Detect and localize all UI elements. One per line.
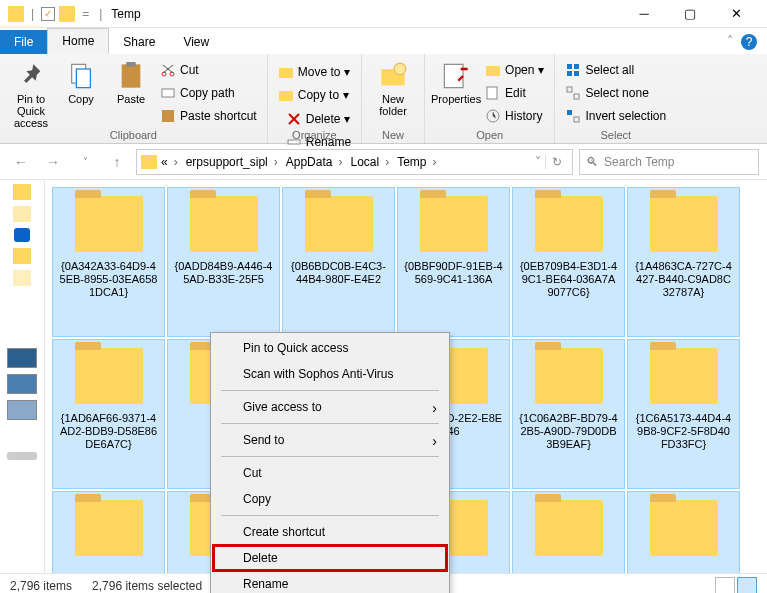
tab-home[interactable]: Home [47, 28, 109, 54]
x-icon [286, 111, 302, 127]
properties-button[interactable]: Properties [431, 58, 481, 126]
refresh-button[interactable]: ↻ [545, 155, 568, 169]
breadcrumb[interactable]: erpsupport_sipl [182, 155, 282, 169]
group-label: Clipboard [0, 129, 267, 141]
paste-button[interactable]: Paste [106, 58, 156, 133]
svg-rect-19 [567, 71, 572, 76]
folder-item[interactable] [512, 491, 625, 573]
move-to-button[interactable]: Move to▾ [274, 62, 355, 82]
recent-button[interactable]: ˅ [72, 149, 98, 175]
ctx-scan[interactable]: Scan with Sophos Anti-Virus [213, 361, 447, 387]
select-all-button[interactable]: Select all [561, 60, 670, 80]
edit-button[interactable]: Edit [481, 83, 548, 103]
folder-icon[interactable] [13, 270, 31, 286]
history-button[interactable]: History [481, 106, 548, 126]
details-view-button[interactable] [715, 577, 735, 594]
ctx-create-shortcut[interactable]: Create shortcut [213, 519, 447, 545]
close-button[interactable]: ✕ [713, 0, 759, 28]
thumbnail[interactable] [7, 348, 37, 368]
select-none-button[interactable]: Select none [561, 83, 670, 103]
thumbnail[interactable] [7, 400, 37, 420]
copy-button[interactable]: Copy [56, 58, 106, 133]
invert-icon [565, 108, 581, 124]
tab-view[interactable]: View [169, 30, 223, 54]
svg-point-12 [394, 63, 406, 75]
svg-rect-9 [279, 91, 293, 101]
scrollbar[interactable] [7, 452, 37, 460]
ctx-send-to[interactable]: Send to [213, 427, 447, 453]
svg-rect-13 [444, 64, 463, 87]
checkbox-icon[interactable]: ✓ [41, 7, 55, 21]
svg-rect-15 [487, 87, 497, 99]
folder-item[interactable]: {1C06A2BF-BD79-42B5-A90D-79D0DB3B9EAF} [512, 339, 625, 489]
breadcrumb[interactable]: « [157, 155, 182, 169]
help-icon[interactable]: ? [741, 34, 757, 50]
minimize-button[interactable]: ─ [621, 0, 667, 28]
folder-label: {0B6BDC0B-E4C3-44B4-980F-E4E2 [289, 260, 388, 286]
ctx-rename[interactable]: Rename [213, 571, 447, 593]
folder-label: {1AD6AF66-9371-4AD2-BDB9-D58E86DE6A7C} [59, 412, 158, 451]
folder-item[interactable] [627, 491, 740, 573]
folder-item[interactable]: {0B6BDC0B-E4C3-44B4-980F-E4E2 [282, 187, 395, 337]
breadcrumb[interactable]: Temp [393, 155, 440, 169]
folder-item[interactable]: {1C6A5173-44D4-49B8-9CF2-5F8D40FD33FC} [627, 339, 740, 489]
breadcrumb[interactable]: Local [346, 155, 393, 169]
address-bar[interactable]: « erpsupport_sipl AppData Local Temp ˅ ↻ [136, 149, 573, 175]
ctx-copy[interactable]: Copy [213, 486, 447, 512]
folder-item[interactable] [52, 491, 165, 573]
tab-file[interactable]: File [0, 30, 47, 54]
group-label: Organize [268, 129, 361, 141]
folder-item[interactable]: {0A342A33-64D9-45EB-8955-03EA6581DCA1} [52, 187, 165, 337]
navigation-tree[interactable] [0, 180, 45, 573]
chevron-up-icon[interactable]: ˄ [727, 34, 733, 50]
folder-icon[interactable] [13, 206, 31, 222]
forward-button[interactable]: → [40, 149, 66, 175]
folder-icon[interactable] [13, 248, 31, 264]
ctx-delete[interactable]: Delete [213, 545, 447, 571]
breadcrumb[interactable]: AppData [282, 155, 347, 169]
folder-label: {0A342A33-64D9-45EB-8955-03EA6581DCA1} [59, 260, 158, 299]
folder-item[interactable]: {1AD6AF66-9371-4AD2-BDB9-D58E86DE6A7C} [52, 339, 165, 489]
copy-path-button[interactable]: Copy path [156, 83, 261, 103]
open-button[interactable]: Open▾ [481, 60, 548, 80]
copy-to-button[interactable]: Copy to▾ [274, 85, 355, 105]
shortcut-icon [160, 108, 176, 124]
icons-view-button[interactable] [737, 577, 757, 594]
separator: = [82, 7, 89, 21]
clock-icon [485, 108, 501, 124]
dropdown-button[interactable]: ˅ [531, 155, 545, 169]
search-input[interactable]: 🔍︎ Search Temp [579, 149, 759, 175]
folder-icon [420, 196, 488, 252]
path-icon [160, 85, 176, 101]
folder-item[interactable]: {1A4863CA-727C-4427-B440-C9AD8C32787A} [627, 187, 740, 337]
pin-quick-access-button[interactable]: Pin to Quick access [6, 58, 56, 133]
folder-icon [650, 348, 718, 404]
folder-icon[interactable] [13, 184, 31, 200]
separator [221, 423, 439, 424]
delete-button[interactable]: Delete▾ [282, 109, 355, 129]
paste-shortcut-button[interactable]: Paste shortcut [156, 106, 261, 126]
svg-rect-1 [76, 69, 90, 88]
folder-item[interactable]: {0ADD84B9-A446-45AD-B33E-25F5 [167, 187, 280, 337]
cut-button[interactable]: Cut [156, 60, 261, 80]
onedrive-icon[interactable] [14, 228, 30, 242]
folder-icon [535, 196, 603, 252]
folder-icon [8, 6, 24, 22]
folder-icon [305, 196, 373, 252]
tab-share[interactable]: Share [109, 30, 169, 54]
back-button[interactable]: ← [8, 149, 34, 175]
folder-icon [535, 348, 603, 404]
folder-label: {0ADD84B9-A446-45AD-B33E-25F5 [174, 260, 273, 286]
thumbnail[interactable] [7, 374, 37, 394]
maximize-button[interactable]: ▢ [667, 0, 713, 28]
folder-label: {1C06A2BF-BD79-42B5-A90D-79D0DB3B9EAF} [519, 412, 618, 451]
folder-icon [535, 500, 603, 556]
ctx-pin[interactable]: Pin to Quick access [213, 335, 447, 361]
folder-item[interactable]: {0BBF90DF-91EB-4569-9C41-136A [397, 187, 510, 337]
ctx-give-access[interactable]: Give access to [213, 394, 447, 420]
up-button[interactable]: ↑ [104, 149, 130, 175]
new-folder-button[interactable]: New folder [368, 58, 418, 121]
folder-item[interactable]: {0EB709B4-E3D1-49C1-BE64-036A7A9077C6} [512, 187, 625, 337]
invert-selection-button[interactable]: Invert selection [561, 106, 670, 126]
ctx-cut[interactable]: Cut [213, 460, 447, 486]
